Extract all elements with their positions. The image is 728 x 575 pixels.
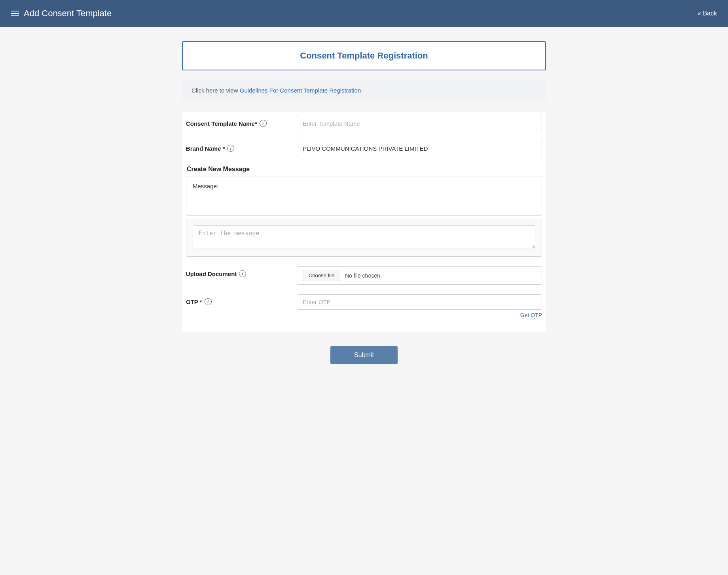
page-title-card: Consent Template Registration <box>182 41 546 70</box>
message-input-wrapper <box>186 219 542 257</box>
otp-row: OTP * i Get OTP <box>182 294 546 318</box>
upload-document-label: Upload Document i <box>186 266 297 277</box>
form-title: Consent Template Registration <box>191 51 537 61</box>
create-message-title: Create New Message <box>186 166 542 173</box>
submit-button[interactable]: Submit <box>330 346 398 364</box>
choose-file-button[interactable]: Choose file <box>303 270 340 281</box>
hamburger-icon[interactable] <box>11 11 19 16</box>
message-preview-label: Message: <box>193 183 218 189</box>
consent-form: Consent Template Name* i Brand Name * i … <box>182 112 546 332</box>
brand-name-info-icon[interactable]: i <box>227 145 234 152</box>
get-otp-link[interactable]: Get OTP <box>297 312 542 318</box>
guidelines-static-text: Click here to view <box>191 87 240 94</box>
brand-name-field <box>297 141 542 156</box>
file-input-wrapper: Choose file No file chosen <box>297 266 542 285</box>
upload-document-field: Choose file No file chosen <box>297 266 542 285</box>
upload-document-row: Upload Document i Choose file No file ch… <box>182 266 546 285</box>
header-left: Add Consent Template <box>11 8 112 19</box>
create-message-section: Create New Message Message: <box>182 166 546 257</box>
message-textarea[interactable] <box>193 225 535 248</box>
app-header: Add Consent Template « Back <box>0 0 728 27</box>
upload-document-info-icon[interactable]: i <box>239 270 246 277</box>
template-name-info-icon[interactable]: i <box>260 120 267 127</box>
template-name-input[interactable] <box>297 116 542 131</box>
template-name-label: Consent Template Name* i <box>186 116 297 127</box>
page-title: Add Consent Template <box>24 8 112 19</box>
guidelines-banner: Click here to view Guidelines For Consen… <box>182 80 546 101</box>
brand-name-input[interactable] <box>297 141 542 156</box>
brand-name-label: Brand Name * i <box>186 141 297 152</box>
otp-info-icon[interactable]: i <box>205 298 212 305</box>
main-content: Consent Template Registration Click here… <box>174 41 554 364</box>
template-name-field <box>297 116 542 131</box>
guidelines-link[interactable]: Guidelines For Consent Template Registra… <box>240 87 361 94</box>
otp-label: OTP * i <box>186 294 297 305</box>
otp-field: Get OTP <box>297 294 542 318</box>
submit-section: Submit <box>182 346 546 364</box>
back-button[interactable]: « Back <box>698 10 717 17</box>
otp-input[interactable] <box>297 294 542 310</box>
template-name-row: Consent Template Name* i <box>182 116 546 131</box>
brand-name-row: Brand Name * i <box>182 141 546 156</box>
message-preview-box: Message: <box>186 176 542 216</box>
no-file-text: No file chosen <box>345 272 380 279</box>
